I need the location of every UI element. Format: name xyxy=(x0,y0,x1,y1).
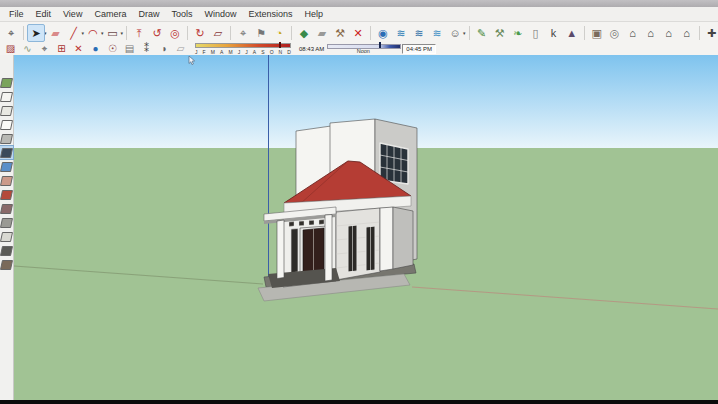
toolbar-separator xyxy=(584,26,585,40)
noon-label: Noon xyxy=(327,48,399,54)
zoom-window-icon[interactable]: ⊞ xyxy=(53,41,70,56)
cone-tool-icon[interactable]: ▲ xyxy=(563,24,581,42)
porch-side-window xyxy=(291,229,298,274)
porch-column-left xyxy=(277,220,284,279)
style-brown-textured-box[interactable] xyxy=(0,258,13,271)
menu-tools[interactable]: Tools xyxy=(165,8,198,20)
date-track[interactable] xyxy=(195,43,291,48)
menu-help[interactable]: Help xyxy=(298,8,329,20)
style-wireframe-box[interactable] xyxy=(0,230,13,243)
follow-me-icon[interactable]: ↺ xyxy=(148,24,166,42)
iso-view-icon[interactable]: ▣ xyxy=(588,24,606,42)
style-shaded-box[interactable] xyxy=(0,132,13,145)
swirl-icon[interactable]: ∿ xyxy=(19,41,36,56)
window-title-strip xyxy=(0,0,718,7)
style-sketchy-box[interactable] xyxy=(0,104,13,117)
camera-car-icon[interactable]: ▤ xyxy=(121,41,138,56)
section-plane-1-icon[interactable]: ≋ xyxy=(392,24,410,42)
tape-measure-icon[interactable]: ⌖ xyxy=(234,24,252,42)
style-thumbnail xyxy=(0,176,13,186)
orbit-sphere-icon[interactable]: ● xyxy=(87,41,104,56)
date-marker-handle[interactable] xyxy=(279,42,281,48)
month-label: M xyxy=(211,49,215,55)
style-thumbnail xyxy=(0,260,13,270)
styles-sidebar xyxy=(0,55,14,400)
style-blue-textured-box[interactable] xyxy=(0,160,13,173)
zoom-small-icon[interactable]: ⌖ xyxy=(36,41,53,56)
delete-icon[interactable]: ✕ xyxy=(349,24,367,42)
rotate-tool-icon[interactable]: ↻ xyxy=(191,24,209,42)
style-gray-textured-box[interactable] xyxy=(0,216,13,229)
toolbar-separator xyxy=(469,26,470,40)
menu-window[interactable]: Window xyxy=(198,8,242,20)
menu-bar: FileEditViewCameraDrawToolsWindowExtensi… xyxy=(0,7,718,22)
move-4way-icon[interactable]: ✚ xyxy=(703,24,718,42)
style-green-box[interactable] xyxy=(0,76,13,89)
scale-tool-icon[interactable]: ▱ xyxy=(209,24,227,42)
style-red-textured-box[interactable] xyxy=(0,188,13,201)
sandbox-tools-icon[interactable]: ⚒ xyxy=(491,24,509,42)
page-icon[interactable]: ▱ xyxy=(172,41,189,56)
style-white-box[interactable] xyxy=(0,118,13,131)
style-dark-box[interactable] xyxy=(0,146,13,159)
cylinder-view-icon[interactable]: ◎ xyxy=(606,24,624,42)
toolbar-separator xyxy=(230,26,231,40)
side-view-icon[interactable]: ⌂ xyxy=(678,24,696,42)
model-viewport[interactable] xyxy=(14,55,718,400)
orbit-blue-icon[interactable]: ◉ xyxy=(374,24,392,42)
menu-draw[interactable]: Draw xyxy=(132,8,165,20)
style-thumbnail xyxy=(0,106,13,116)
section-plane-3-icon[interactable]: ≋ xyxy=(428,24,446,42)
zoom-extents-icon[interactable]: ✕ xyxy=(70,41,87,56)
month-label: J xyxy=(245,49,248,55)
style-pink-box[interactable] xyxy=(0,174,13,187)
paint-bucket-icon[interactable]: ◆ xyxy=(295,24,313,42)
paint-small-icon[interactable]: ▨ xyxy=(2,41,19,56)
rectangle-tool-icon[interactable]: ▭ xyxy=(104,24,122,42)
menu-extensions[interactable]: Extensions xyxy=(242,8,298,20)
sunset-time-field[interactable]: 04:45 PM xyxy=(402,44,436,54)
look-around-icon[interactable]: ◑ xyxy=(155,41,172,56)
top-view-icon[interactable]: ⌂ xyxy=(624,24,642,42)
push-pull-icon[interactable]: ⤒ xyxy=(130,24,148,42)
style-shadow-toggle[interactable] xyxy=(0,202,13,215)
menu-camera[interactable]: Camera xyxy=(88,8,132,20)
style-thumbnail xyxy=(0,246,13,256)
walk-tool-icon[interactable]: k xyxy=(545,24,563,42)
arc-tool-icon[interactable]: ◠ xyxy=(84,24,102,42)
month-label: O xyxy=(270,49,274,55)
style-thumbnail xyxy=(0,162,13,172)
mouse-cursor xyxy=(189,56,195,65)
position-camera-icon[interactable]: ☉ xyxy=(104,41,121,56)
style-outline-box[interactable] xyxy=(0,90,13,103)
model-scene xyxy=(14,55,718,400)
leaf-tool-icon[interactable]: ❧ xyxy=(509,24,527,42)
menu-view[interactable]: View xyxy=(57,8,88,20)
style-thumbnail xyxy=(0,78,13,88)
offset-tool-icon[interactable]: ◎ xyxy=(166,24,184,42)
soften-eraser-icon[interactable]: ▰ xyxy=(313,24,331,42)
menu-edit[interactable]: Edit xyxy=(30,8,58,20)
protractor-icon[interactable]: ◔ xyxy=(270,24,288,42)
style-dark-gray-box[interactable] xyxy=(0,244,13,257)
shadow-date-slider[interactable]: JFMAMJJASOND xyxy=(195,43,291,55)
month-labels: JFMAMJJASOND xyxy=(195,49,291,55)
shadow-time-slider[interactable]: Noon xyxy=(327,43,399,54)
sandbox-pencil-icon[interactable]: ✎ xyxy=(473,24,491,42)
line-pencil-icon[interactable]: ╱ xyxy=(65,24,83,42)
text-flag-icon[interactable]: ⚑ xyxy=(252,24,270,42)
front-view-icon[interactable]: ⌂ xyxy=(642,24,660,42)
face-style-icon[interactable]: ☺ xyxy=(446,24,464,42)
walk-footprints-icon[interactable]: ⁑ xyxy=(138,41,155,56)
select-arrow-icon[interactable]: ➤ xyxy=(27,24,45,42)
axes-tool-icon[interactable]: ⚒ xyxy=(331,24,349,42)
section-plane-2-icon[interactable]: ≋ xyxy=(410,24,428,42)
back-view-icon[interactable]: ⌂ xyxy=(660,24,678,42)
menu-file[interactable]: File xyxy=(3,8,30,20)
style-thumbnail xyxy=(0,92,13,102)
month-label: N xyxy=(279,49,283,55)
eraser-icon[interactable]: ▰ xyxy=(47,24,65,42)
sunrise-time-label: 08:43 AM xyxy=(299,46,324,52)
zoom-tool-icon[interactable]: ⌖ xyxy=(2,24,20,42)
label-tool-icon[interactable]: ▯ xyxy=(527,24,545,42)
